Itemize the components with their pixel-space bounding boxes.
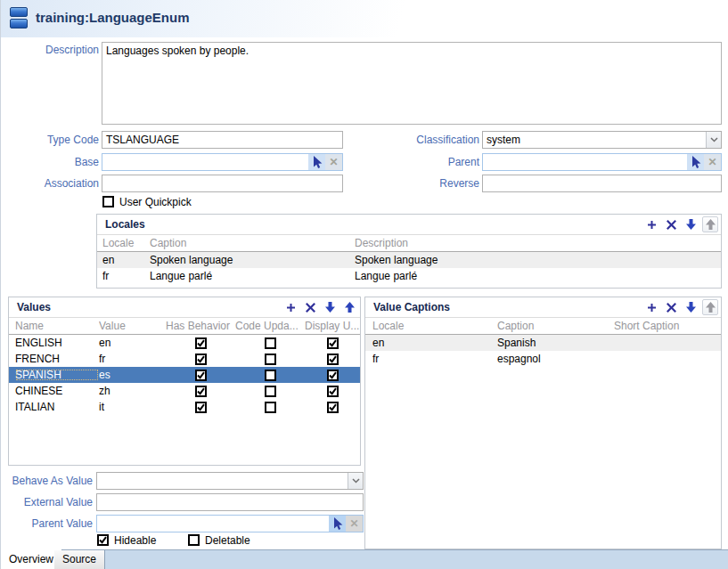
cell-value: fr: [99, 353, 166, 365]
chevron-down-icon[interactable]: [348, 473, 363, 489]
pick-arrow-icon[interactable]: [687, 154, 704, 170]
deletable-label: Deletable: [205, 534, 250, 547]
behave-as-value-select[interactable]: [96, 472, 364, 490]
has-behavior-checkbox[interactable]: [195, 402, 207, 413]
reverse-input[interactable]: [482, 175, 722, 192]
hideable-checkbox[interactable]: [97, 534, 109, 546]
cell-name: CHINESE: [15, 385, 99, 397]
code-update-checkbox[interactable]: [265, 354, 276, 365]
reverse-label: Reverse: [366, 175, 479, 192]
classification-value: system: [483, 132, 706, 148]
pick-arrow-icon[interactable]: [329, 516, 346, 532]
type-code-label: Type Code: [1, 131, 99, 149]
table-row[interactable]: CHINESE zh: [9, 383, 360, 399]
value-captions-panel: Value Captions Locale Caption Short Capt…: [364, 297, 722, 549]
display-update-checkbox[interactable]: [327, 354, 339, 365]
cell-locale: en: [102, 254, 150, 266]
table-row[interactable]: en Spoken language Spoken language: [97, 252, 721, 268]
move-down-icon[interactable]: [683, 216, 699, 232]
cell-name: FRENCH: [15, 353, 99, 365]
enum-type-icon: [10, 7, 28, 28]
col-caption: Caption: [150, 237, 355, 249]
classification-select[interactable]: system: [482, 131, 722, 149]
code-update-checkbox[interactable]: [265, 337, 276, 349]
delete-icon[interactable]: [302, 299, 318, 315]
move-up-icon[interactable]: [702, 299, 718, 315]
col-short-caption: Short Caption: [614, 320, 721, 332]
cell-locale: en: [372, 337, 497, 349]
delete-icon[interactable]: [663, 299, 679, 315]
code-update-checkbox[interactable]: [265, 370, 276, 381]
code-update-checkbox[interactable]: [265, 386, 276, 397]
clear-icon[interactable]: ✕: [346, 516, 363, 532]
description-label: Description: [1, 44, 99, 56]
hideable-label: Hideable: [114, 534, 156, 547]
display-update-checkbox[interactable]: [327, 402, 339, 413]
table-row[interactable]: fr espagnol: [365, 351, 721, 367]
cell-caption: Spoken language: [150, 254, 355, 266]
parent-value-value: [97, 516, 329, 532]
association-input[interactable]: [102, 175, 343, 192]
display-update-checkbox[interactable]: [327, 337, 339, 349]
cell-caption: Langue parlé: [150, 270, 355, 282]
type-code-input[interactable]: TSLANGUAGE: [102, 131, 343, 149]
classification-label: Classification: [366, 131, 479, 149]
table-row[interactable]: en Spanish: [365, 335, 721, 351]
cell-name: ITALIAN: [15, 401, 99, 413]
move-up-icon[interactable]: [702, 216, 718, 232]
col-description: Description: [355, 237, 721, 249]
cell-value: en: [99, 337, 166, 349]
has-behavior-checkbox[interactable]: [195, 386, 207, 397]
table-row[interactable]: FRENCH fr: [9, 351, 360, 367]
cell-value: es: [99, 369, 166, 381]
tab-source[interactable]: Source: [54, 550, 105, 569]
parent-picker[interactable]: ✕: [482, 153, 722, 171]
cell-value: zh: [99, 385, 166, 397]
cell-value: it: [99, 401, 166, 413]
add-icon[interactable]: [282, 299, 299, 315]
add-icon[interactable]: [643, 216, 659, 232]
value-captions-title: Value Captions: [373, 301, 450, 313]
clear-icon[interactable]: ✕: [325, 154, 342, 170]
external-value-input[interactable]: [96, 493, 364, 511]
parent-label: Parent: [366, 153, 479, 171]
cell-name: ENGLISH: [15, 337, 99, 349]
pick-arrow-icon[interactable]: [308, 154, 325, 170]
base-label: Base: [1, 153, 99, 171]
display-update-checkbox[interactable]: [327, 386, 339, 397]
col-has-behavior: Has Behavior: [166, 320, 235, 332]
editor-header: training:LanguageEnum: [1, 0, 728, 37]
has-behavior-checkbox[interactable]: [195, 370, 207, 381]
display-update-checkbox[interactable]: [327, 370, 339, 381]
table-row[interactable]: ENGLISH en: [9, 335, 360, 351]
parent-value-picker[interactable]: ✕: [96, 515, 364, 532]
clear-icon[interactable]: ✕: [704, 154, 721, 170]
cell-caption: espagnol: [497, 353, 614, 365]
base-picker[interactable]: ✕: [102, 153, 343, 171]
enum-editor-window: training:LanguageEnum Description Langua…: [0, 0, 728, 569]
move-down-icon[interactable]: [322, 299, 338, 315]
association-label: Association: [1, 175, 99, 192]
move-up-icon[interactable]: [341, 299, 357, 315]
chevron-down-icon[interactable]: [706, 132, 721, 148]
user-quickpick-checkbox[interactable]: [102, 196, 114, 207]
deletable-checkbox[interactable]: [188, 534, 200, 546]
table-row[interactable]: ITALIAN it: [9, 399, 360, 415]
cell-description: Langue parlé: [355, 270, 721, 282]
add-icon[interactable]: [643, 299, 659, 315]
code-update-checkbox[interactable]: [265, 402, 276, 413]
col-display-update: Display U...: [305, 320, 360, 332]
cell-locale: fr: [372, 353, 497, 365]
table-row[interactable]: fr Langue parlé Langue parlé: [97, 268, 721, 284]
description-input[interactable]: Languages spoken by people.: [102, 42, 722, 125]
user-quickpick-label: User Quickpick: [119, 196, 192, 208]
table-row-selected[interactable]: SPANISH es: [9, 367, 360, 383]
cell-description: Spoken language: [355, 254, 721, 266]
col-code-update: Code Upda...: [235, 320, 305, 332]
tab-overview[interactable]: Overview: [1, 549, 62, 569]
move-down-icon[interactable]: [683, 299, 699, 315]
has-behavior-checkbox[interactable]: [195, 337, 207, 349]
has-behavior-checkbox[interactable]: [195, 354, 207, 365]
base-value: [102, 154, 308, 170]
delete-icon[interactable]: [663, 216, 679, 232]
